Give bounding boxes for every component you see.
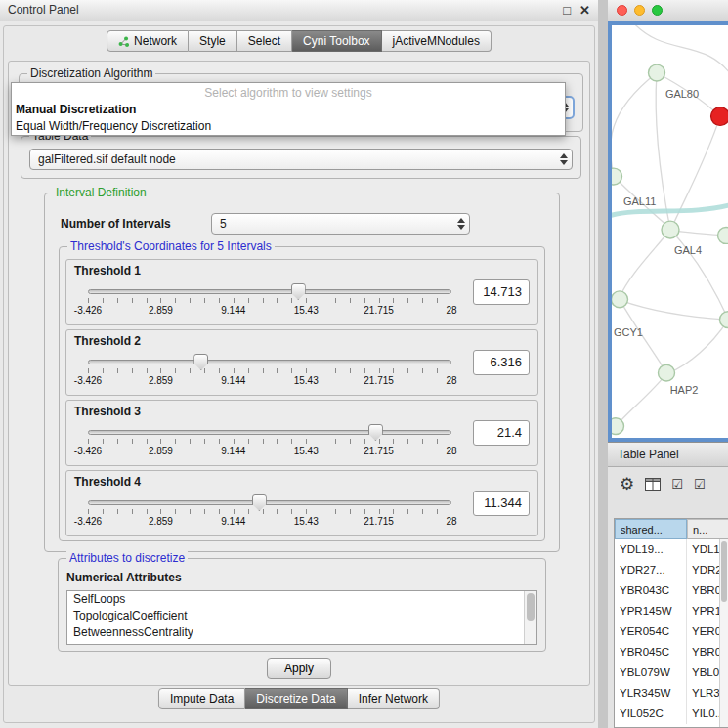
table-data-combobox[interactable]: galFiltered.sif default node	[29, 149, 573, 170]
table-row[interactable]: YLR345WYLR3...	[615, 683, 728, 704]
tab-style[interactable]: Style	[189, 30, 237, 52]
scale-label: 21.715	[364, 446, 394, 456]
table-cell[interactable]: YPR145W	[615, 601, 687, 621]
column-header-name[interactable]: n...	[687, 519, 728, 539]
slider-track[interactable]	[88, 360, 451, 364]
num-intervals-combobox[interactable]: 5	[211, 213, 470, 235]
table-row[interactable]: YBR043CYBR0...	[615, 580, 728, 601]
cyni-toolbox-panel: Discretization Algorithm Select algorith…	[8, 61, 590, 686]
minimize-traffic-light-icon[interactable]	[634, 5, 645, 16]
threshold-3-slider[interactable]: -3.426 2.859 9.144 15.43 21.715 28	[88, 424, 451, 463]
table-cell[interactable]: YIL052C	[615, 704, 687, 724]
select-columns-checkbox-icon[interactable]: ☑	[694, 478, 706, 492]
slider-track[interactable]	[88, 430, 451, 435]
slider-track[interactable]	[88, 289, 451, 294]
zoom-traffic-light-icon[interactable]	[652, 5, 663, 16]
network-node[interactable]	[612, 168, 622, 185]
selected-network-node[interactable]	[711, 107, 728, 126]
column-header-shared-name[interactable]: shared...	[615, 519, 687, 539]
list-item-selfloops[interactable]: SelfLoops	[67, 591, 536, 608]
desktop: Control Panel □ ✕ Network Style Select C…	[0, 0, 728, 728]
control-panel-window: Control Panel □ ✕ Network Style Select C…	[0, 0, 598, 728]
table-panel-header[interactable]: Table Panel	[608, 442, 728, 467]
tab-label: Select	[248, 31, 280, 51]
table-cell[interactable]: YBR045C	[615, 642, 687, 663]
table-cell[interactable]: YBL079W	[615, 663, 687, 683]
column-selector-icon[interactable]	[645, 478, 661, 491]
list-item-topologicalcoefficient[interactable]: TopologicalCoefficient	[67, 608, 536, 624]
tab-discretize-data[interactable]: Discretize Data	[245, 688, 347, 709]
threshold-4-value[interactable]: 11.344	[473, 491, 530, 516]
tab-network[interactable]: Network	[107, 30, 189, 52]
slider-track[interactable]	[88, 500, 451, 505]
tab-jactivemnodules[interactable]: jActiveMNodules	[382, 30, 492, 52]
bottom-tabs: Impute Data Discretize Data Infer Networ…	[158, 688, 440, 709]
tab-select[interactable]: Select	[237, 30, 292, 52]
network-tab-icon	[118, 36, 129, 47]
slider-scale: -3.426 2.859 9.144 15.43 21.715 28	[88, 305, 451, 317]
network-node[interactable]	[612, 291, 628, 308]
threshold-3-label: Threshold 3	[74, 405, 141, 418]
network-node[interactable]	[718, 228, 728, 244]
table-row[interactable]: YDR27...YDR2...	[615, 560, 728, 580]
threshold-1-slider[interactable]: -3.426 2.859 9.144 15.43 21.715 28	[88, 283, 451, 322]
node-label: GCY1	[614, 326, 643, 338]
table-scrollbar-thumb[interactable]	[721, 541, 727, 602]
tab-cyni-toolbox[interactable]: Cyni Toolbox	[292, 30, 381, 52]
right-column: GAL80 GAL11 GAL4 GCY1 HAP2 Table Panel ⚙	[608, 0, 728, 728]
table-cell[interactable]: YDL19...	[615, 539, 687, 560]
threshold-1-value[interactable]: 14.713	[473, 279, 530, 305]
close-window-icon[interactable]: ✕	[579, 0, 590, 21]
table-row[interactable]: YBL079WYBL0...	[615, 663, 728, 683]
table-scrollbar[interactable]	[719, 539, 728, 727]
threshold-3-value[interactable]: 21.4	[473, 420, 530, 446]
tab-impute-data[interactable]: Impute Data	[158, 688, 245, 709]
scale-label: -3.426	[74, 446, 102, 456]
table-row[interactable]: YBR045CYBR0...	[615, 642, 728, 663]
numerical-attributes-label: Numerical Attributes	[66, 571, 182, 584]
list-item-betweennesscentrality[interactable]: BetweennessCentrality	[67, 624, 536, 641]
network-view-frame: GAL80 GAL11 GAL4 GCY1 HAP2	[608, 21, 728, 442]
list-scrollbar-thumb[interactable]	[527, 593, 535, 621]
combo-arrows-icon	[457, 214, 465, 234]
float-window-icon[interactable]: □	[563, 0, 571, 21]
control-panel-titlebar[interactable]: Control Panel □ ✕	[0, 0, 598, 21]
node-label: GAL4	[674, 244, 702, 256]
network-window-titlebar[interactable]	[608, 0, 728, 21]
scale-label: 2.859	[149, 446, 173, 456]
tab-infer-network[interactable]: Infer Network	[348, 688, 440, 709]
threshold-4-slider[interactable]: -3.426 2.859 9.144 15.43 21.715 28	[88, 494, 451, 534]
close-traffic-light-icon[interactable]	[617, 5, 627, 16]
threshold-2-slider[interactable]: -3.426 2.859 9.144 15.43 21.715 28	[88, 354, 451, 393]
table-data-value: galFiltered.sif default node	[38, 152, 176, 166]
threshold-2-value[interactable]: 6.316	[473, 350, 530, 375]
table-row[interactable]: YIL052CYIL0...	[615, 704, 728, 724]
table-header-row: shared... n...	[615, 519, 728, 539]
table-cell[interactable]: YER054C	[615, 621, 687, 642]
list-scrollbar[interactable]	[524, 591, 536, 644]
control-panel-tabs: Network Style Select Cyni Toolbox jActiv…	[107, 30, 492, 52]
network-node[interactable]	[612, 418, 624, 435]
network-canvas[interactable]: GAL80 GAL11 GAL4 GCY1 HAP2	[612, 25, 728, 438]
table-cell[interactable]: YLR345W	[615, 683, 687, 704]
dropdown-item-equal-width-frequency[interactable]: Equal Width/Frequency Discretization	[12, 118, 565, 135]
numerical-attributes-list[interactable]: SelfLoops TopologicalCoefficient Between…	[66, 590, 537, 645]
apply-button[interactable]: Apply	[267, 658, 331, 679]
network-node[interactable]	[659, 364, 675, 381]
network-node[interactable]	[649, 64, 665, 81]
table-row[interactable]: YER054CYER0...	[615, 621, 728, 642]
table-settings-gear-icon[interactable]: ⚙	[620, 476, 634, 492]
network-node[interactable]	[662, 221, 679, 238]
select-rows-checkbox-icon[interactable]: ☑	[671, 478, 683, 492]
slider-scale: -3.426 2.859 9.144 15.43 21.715 28	[88, 375, 451, 387]
table-row[interactable]: YPR145WYPR1...	[615, 601, 728, 621]
dropdown-item-manual-discretization[interactable]: Manual Discretization	[12, 102, 565, 118]
scale-label: 2.859	[149, 305, 173, 316]
table-cell[interactable]: YBR043C	[615, 580, 687, 601]
threshold-3-panel: Threshold 3 -3.426 2.859 9.144 15.43 21.…	[65, 400, 538, 466]
scale-label: -3.426	[74, 305, 102, 316]
table-row[interactable]: YDL19...YDL1...	[615, 539, 728, 560]
tab-label: Infer Network	[359, 689, 428, 708]
network-node[interactable]	[720, 312, 728, 328]
table-cell[interactable]: YDR27...	[615, 560, 687, 580]
